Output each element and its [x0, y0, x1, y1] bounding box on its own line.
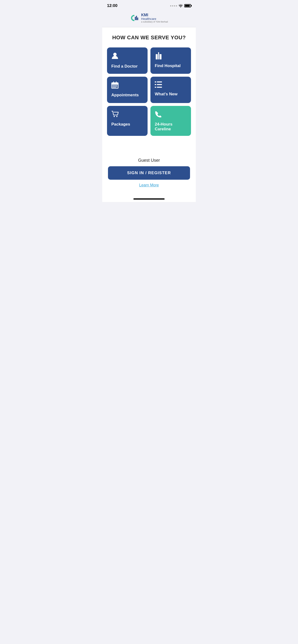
svg-rect-11 — [116, 82, 117, 84]
phone-icon — [155, 111, 162, 119]
svg-point-4 — [113, 53, 117, 56]
svg-rect-16 — [112, 87, 113, 88]
guest-label: Guest User — [138, 158, 160, 163]
careline-card[interactable]: 24-Hours Careline — [151, 106, 191, 136]
services-grid: Find a Doctor Find Hospital — [107, 48, 191, 103]
home-bar — [133, 198, 165, 200]
svg-rect-10 — [113, 82, 114, 84]
svg-rect-19 — [155, 82, 156, 82]
cart-icon — [111, 111, 119, 119]
find-hospital-card[interactable]: Find Hospital — [151, 48, 191, 74]
svg-rect-14 — [115, 86, 116, 86]
svg-rect-24 — [157, 87, 162, 88]
careline-label: 24-Hours Careline — [155, 122, 187, 132]
svg-rect-20 — [157, 82, 162, 82]
svg-rect-7 — [160, 54, 162, 60]
svg-rect-1 — [135, 17, 136, 20]
svg-rect-5 — [156, 54, 158, 60]
signal-dots-icon — [170, 5, 177, 6]
packages-label: Packages — [111, 122, 130, 127]
svg-point-26 — [116, 116, 117, 117]
svg-rect-22 — [157, 84, 162, 85]
svg-rect-2 — [136, 16, 137, 20]
logo: KMI Healthcare a subsidiary of TDM Berha… — [130, 13, 168, 23]
person-icon — [111, 52, 118, 61]
services-grid-row3: Packages 24-Hours Careline — [107, 106, 191, 136]
status-icons — [170, 4, 191, 8]
logo-subsidiary: a subsidiary of TDM Berhad — [141, 20, 168, 23]
svg-rect-18 — [115, 87, 116, 88]
whats-new-label: What's New — [155, 92, 178, 96]
logo-text: KMI Healthcare a subsidiary of TDM Berha… — [141, 13, 168, 23]
list-icon — [155, 82, 162, 89]
svg-rect-13 — [114, 86, 114, 86]
hospital-icon — [155, 52, 163, 60]
appointments-label: Appointments — [111, 93, 139, 98]
svg-point-25 — [114, 116, 115, 117]
svg-rect-21 — [155, 84, 156, 85]
calendar-icon — [111, 82, 118, 90]
logo-kmi: KMI — [141, 13, 168, 17]
svg-rect-17 — [114, 87, 114, 88]
app-header: KMI Healthcare a subsidiary of TDM Berha… — [102, 10, 196, 27]
wifi-icon — [179, 4, 183, 8]
svg-rect-15 — [116, 86, 117, 86]
learn-more-button[interactable]: Learn More — [139, 183, 159, 187]
packages-card[interactable]: Packages — [107, 106, 147, 136]
logo-healthcare: Healthcare — [141, 17, 168, 20]
svg-rect-12 — [112, 86, 113, 86]
find-doctor-card[interactable]: Find a Doctor — [107, 48, 147, 74]
status-bar: 12:00 — [102, 0, 196, 10]
svg-rect-6 — [158, 52, 159, 60]
svg-rect-9 — [112, 83, 118, 84]
appointments-card[interactable]: Appointments — [107, 77, 147, 103]
status-time: 12:00 — [107, 3, 117, 8]
bottom-section: Guest User SIGN IN / REGISTER Learn More — [102, 144, 196, 194]
main-content: HOW CAN WE SERVE YOU? Find a Doctor — [102, 27, 196, 144]
find-hospital-label: Find Hospital — [155, 64, 181, 68]
whats-new-card[interactable]: What's New — [151, 77, 191, 103]
kmi-logo-icon — [130, 14, 139, 22]
home-indicator — [102, 194, 196, 202]
battery-icon — [184, 4, 191, 8]
page-title: HOW CAN WE SERVE YOU? — [107, 34, 191, 41]
signin-button[interactable]: SIGN IN / REGISTER — [108, 166, 190, 180]
svg-rect-23 — [155, 87, 156, 88]
svg-rect-3 — [137, 18, 138, 20]
find-doctor-label: Find a Doctor — [111, 64, 138, 69]
